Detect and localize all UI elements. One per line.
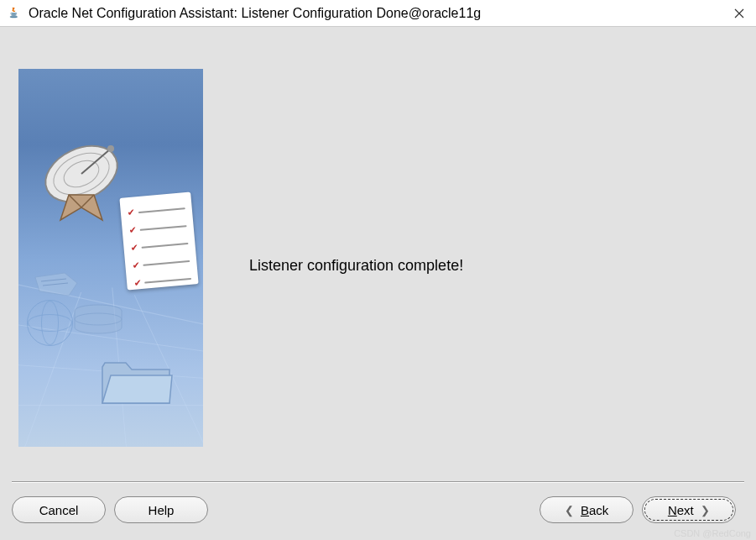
close-button[interactable] [729, 3, 749, 24]
window-title: Oracle Net Configuration Assistant: List… [29, 6, 729, 21]
back-button[interactable]: ❮ Back [540, 496, 633, 523]
svg-point-4 [107, 145, 114, 152]
java-icon [7, 6, 22, 21]
window-body: ✔ ✔ ✔ ✔ ✔ [0, 27, 756, 540]
database-icon [69, 304, 128, 338]
tag-icon [31, 270, 81, 300]
button-bar: Cancel Help ❮ Back Next ❯ [12, 496, 744, 523]
help-button[interactable]: Help [114, 496, 208, 523]
content-area: ✔ ✔ ✔ ✔ ✔ [2, 29, 754, 469]
chevron-right-icon: ❯ [701, 504, 710, 516]
wizard-sidebar-image: ✔ ✔ ✔ ✔ ✔ [18, 69, 203, 447]
next-mnemonic: N [668, 503, 677, 517]
watermark: CSDN @RedCong [674, 528, 751, 538]
back-label-rest: ack [589, 503, 608, 517]
chevron-left-icon: ❮ [565, 504, 574, 516]
titlebar: Oracle Net Configuration Assistant: List… [0, 0, 756, 27]
back-mnemonic: B [581, 503, 589, 517]
next-label-rest: ext [677, 503, 694, 517]
cancel-button[interactable]: Cancel [12, 496, 106, 523]
folder-icon [98, 354, 174, 409]
status-message: Listener configuration complete! [203, 69, 748, 463]
separator [12, 481, 744, 483]
next-button[interactable]: Next ❯ [642, 496, 736, 523]
globe-icon [27, 300, 73, 346]
checklist-icon: ✔ ✔ ✔ ✔ ✔ [119, 192, 198, 291]
